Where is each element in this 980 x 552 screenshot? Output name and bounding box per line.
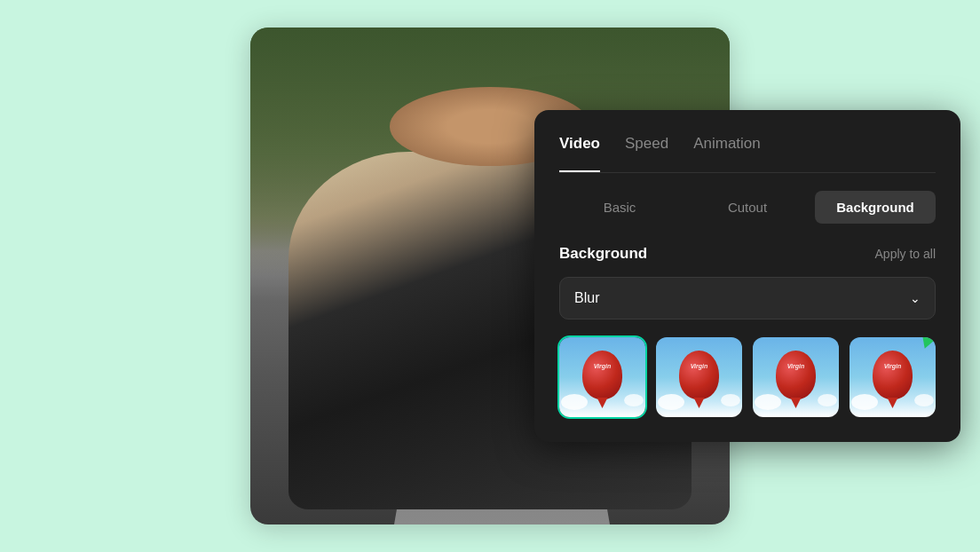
thumbnail-1[interactable]: Virgin [559,337,645,417]
dropdown-label: Blur [574,290,599,306]
section-header: Background Apply to all [559,245,936,263]
tab-speed[interactable]: Speed [625,135,668,162]
subtab-basic[interactable]: Basic [559,191,680,224]
blur-dropdown[interactable]: Blur ⌄ [559,277,936,319]
subtabs: Basic Cutout Background [559,191,936,224]
thumbnail-2[interactable]: Virgin [656,337,742,417]
chevron-down-icon: ⌄ [910,291,921,305]
section-title: Background [559,245,647,263]
apply-to-all-button[interactable]: Apply to all [875,247,936,261]
thumbnail-3[interactable]: Virgin [753,337,839,417]
thumbnails-row: Virgin Virgin Virgin [559,337,936,417]
thumbnail-4[interactable]: Virgin [850,337,936,417]
tab-video[interactable]: Video [559,135,600,162]
tab-animation[interactable]: Animation [693,135,761,162]
main-container: Video Speed Animation Basic Cutout Backg… [20,19,960,533]
main-tabs: Video Speed Animation [559,135,936,173]
subtab-background[interactable]: Background [815,191,936,224]
subtab-cutout[interactable]: Cutout [687,191,808,224]
editor-panel: Video Speed Animation Basic Cutout Backg… [534,110,960,442]
